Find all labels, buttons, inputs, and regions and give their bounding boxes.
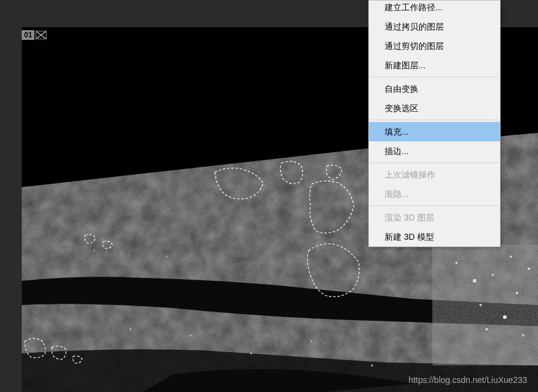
svg-point-11 — [528, 268, 530, 270]
svg-point-14 — [522, 334, 524, 336]
svg-point-20 — [94, 250, 95, 252]
menu-item-stroke[interactable]: 描边... — [369, 141, 500, 161]
svg-point-17 — [251, 353, 252, 355]
menu-separator — [370, 120, 499, 120]
svg-point-6 — [492, 274, 494, 276]
svg-point-16 — [190, 335, 192, 336]
menu-item-new-3d-model[interactable]: 新建 3D 模型 — [369, 227, 500, 246]
image-tab[interactable]: 01 — [22, 30, 46, 40]
svg-point-9 — [503, 315, 507, 319]
svg-point-10 — [455, 262, 458, 264]
menu-item-last-filter: 上次滤镜操作 — [369, 165, 500, 184]
menu-item-fill[interactable]: 填充... — [369, 122, 500, 141]
svg-point-7 — [516, 292, 518, 294]
svg-point-5 — [473, 279, 476, 283]
envelope-icon — [36, 31, 46, 39]
svg-point-12 — [510, 255, 512, 258]
svg-point-21 — [166, 256, 168, 258]
menu-item-layer-via-cut[interactable]: 通过剪切的图层 — [369, 36, 500, 56]
menu-item-fade: 渐隐... — [369, 184, 500, 204]
tab-number: 01 — [22, 30, 34, 40]
menu-item-transform-selection[interactable]: 变换选区 — [369, 98, 500, 118]
context-menu: 建立工作路径... 通过拷贝的图层 通过剪切的图层 新建图层... 自由变换 变… — [368, 0, 501, 247]
svg-point-13 — [485, 328, 488, 330]
svg-point-15 — [130, 329, 132, 330]
svg-point-18 — [311, 341, 313, 342]
menu-item-new-layer[interactable]: 新建图层... — [369, 56, 500, 75]
menu-item-render-3d-layer: 渲染 3D 图层 — [369, 208, 500, 227]
menu-separator — [370, 205, 499, 206]
svg-rect-4 — [432, 245, 538, 365]
svg-point-8 — [479, 304, 482, 306]
svg-point-19 — [371, 365, 373, 367]
menu-item-free-transform[interactable]: 自由变换 — [369, 79, 500, 98]
menu-separator — [370, 162, 499, 163]
menu-item-work-path[interactable]: 建立工作路径... — [369, 1, 500, 17]
watermark: https://blog.csdn.net/LiuXue233 — [409, 375, 527, 385]
menu-item-layer-via-copy[interactable]: 通过拷贝的图层 — [369, 17, 500, 36]
menu-separator — [370, 77, 499, 77]
